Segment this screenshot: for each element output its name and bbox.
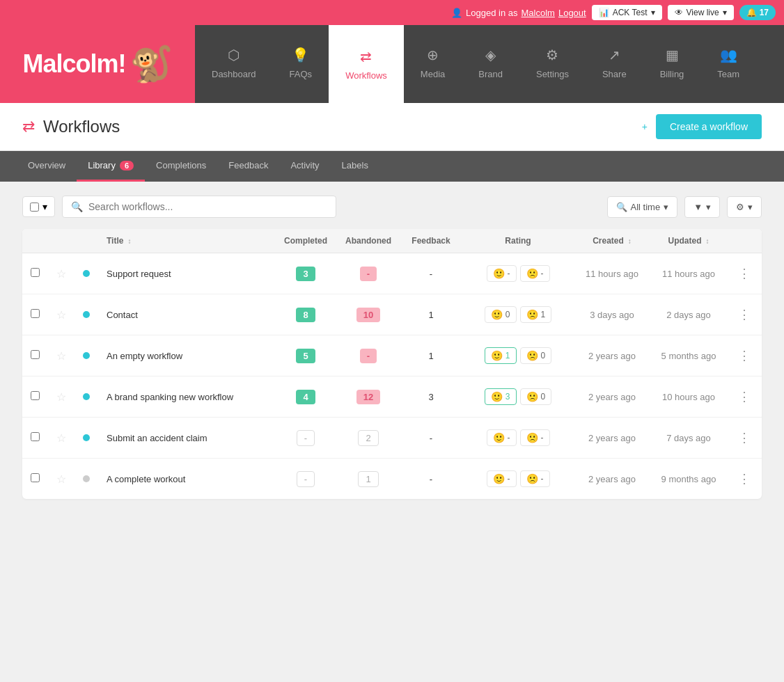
settings-filter-button[interactable]: ⚙ ▾ [727,196,762,218]
content-area: ▾ 🔍 🔍 All time ▾ ▼ ▾ ⚙ ▾ [0,182,784,513]
th-completed[interactable]: Completed [274,229,337,253]
ack-test-button[interactable]: 📊 ACK Test ▾ [592,5,662,20]
row-more-button[interactable]: ⋮ [735,386,753,407]
star-icon[interactable]: ☆ [56,268,66,280]
row-more-button[interactable]: ⋮ [735,263,753,284]
tab-library[interactable]: Library 6 [77,151,145,182]
row-rating-cell: 🙂 3 🙁 0 [462,376,574,418]
star-icon[interactable]: ☆ [56,432,66,444]
search-input[interactable] [88,201,327,212]
filter-button[interactable]: ▼ ▾ [684,196,720,218]
rating-group: 🙂 - 🙁 - [471,470,565,487]
search-icon: 🔍 [71,201,83,212]
row-checkbox[interactable] [31,432,40,441]
workflow-title[interactable]: A brand spanking new workflow [107,392,233,402]
table-row: ☆ An empty workflow 5 - 1 🙂 1 🙁 0 [22,335,762,376]
frown-icon: 🙁 [526,432,538,443]
abandoned-badge: 2 [358,430,378,446]
time-filter-button[interactable]: 🔍 All time ▾ [607,196,678,218]
tab-feedback[interactable]: Feedback [217,151,279,182]
chevron-down-icon: ▾ [723,8,727,17]
workflow-title[interactable]: Support request [107,269,171,279]
nav-item-faqs[interactable]: 💡 FAQs [273,25,329,103]
row-more-button[interactable]: ⋮ [735,468,753,489]
smile-icon: 🙂 [493,268,505,279]
nav-item-team[interactable]: 👥 Team [700,25,756,103]
star-icon[interactable]: ☆ [56,391,66,403]
frown-icon: 🙁 [526,268,538,279]
chevron-down-icon: ▾ [748,202,753,212]
row-status-cell [75,253,98,294]
workflow-title[interactable]: Contact [107,310,138,320]
row-updated-cell: 7 days ago [650,418,727,459]
bulk-checkbox[interactable] [30,203,39,212]
workflow-title[interactable]: A complete workout [107,474,185,484]
th-abandoned[interactable]: Abandoned [337,229,400,253]
updated-value: 9 months ago [661,474,716,484]
create-plus-button[interactable]: + [634,114,656,139]
row-actions-cell: ⋮ [727,253,762,294]
row-more-button[interactable]: ⋮ [735,304,753,325]
feedback-value: 1 [428,351,433,361]
nav-item-settings[interactable]: ⚙ Settings [519,25,586,103]
star-icon[interactable]: ☆ [56,473,66,485]
row-title-cell: A brand spanking new workflow [98,376,274,418]
row-title-cell: A complete workout [98,459,274,500]
tab-completions[interactable]: Completions [145,151,217,182]
table-row: ☆ Support request 3 - - 🙂 - 🙁 - [22,253,762,294]
logo-area: Malcolm! 🐒 [0,25,195,103]
star-icon[interactable]: ☆ [56,309,66,321]
create-area: + Create a workflow [634,114,762,139]
library-badge: 6 [120,161,134,170]
bulk-select-dropdown[interactable]: ▾ [22,196,55,217]
nav-item-media[interactable]: ⊕ Media [404,25,462,103]
notifications-button[interactable]: 🔔 17 [739,5,776,20]
tab-overview[interactable]: Overview [17,151,77,182]
th-created[interactable]: Created ↕ [574,229,650,253]
row-checkbox[interactable] [31,268,40,277]
th-title[interactable]: Title ↕ [98,229,274,253]
search-filter-icon: 🔍 [616,202,627,212]
completed-badge: 5 [296,349,315,363]
row-star-cell: ☆ [48,294,75,335]
nav-item-dashboard[interactable]: ⬡ Dashboard [195,25,273,103]
row-status-cell [75,376,98,418]
completed-badge: - [297,471,315,487]
row-completed-cell: - [274,418,337,459]
logout-button[interactable]: Logout [558,8,586,18]
abandoned-badge: 10 [356,308,380,322]
row-abandoned-cell: 1 [337,459,400,500]
tab-activity[interactable]: Activity [279,151,330,182]
row-more-button[interactable]: ⋮ [735,427,753,448]
page-header: ⇄ Workflows + Create a workflow [0,103,784,151]
feedback-value: 3 [428,392,433,402]
status-dot [83,311,90,318]
table-row: ☆ A brand spanking new workflow 4 12 3 🙂… [22,376,762,418]
th-actions [727,229,762,253]
username-link[interactable]: Malcolm [522,8,555,18]
row-completed-cell: 4 [274,376,337,418]
nav-item-billing[interactable]: ▦ Billing [643,25,701,103]
row-checkbox[interactable] [31,350,40,359]
row-checkbox[interactable] [31,473,40,482]
nav-item-workflows[interactable]: ⇄ Workflows [329,25,404,103]
tab-labels[interactable]: Labels [331,151,379,182]
th-feedback[interactable]: Feedback [400,229,462,253]
view-live-button[interactable]: 👁 View live ▾ [668,5,734,20]
nav-item-share[interactable]: ↗ Share [586,25,643,103]
positive-rating: 🙂 1 [485,347,517,364]
th-star [48,229,75,253]
row-checkbox[interactable] [31,391,40,400]
row-checkbox[interactable] [31,309,40,318]
workflow-title[interactable]: An empty workflow [107,351,182,361]
th-updated[interactable]: Updated ↕ [650,229,727,253]
nav-item-brand[interactable]: ◈ Brand [462,25,519,103]
workflow-title[interactable]: Submit an accident claim [107,433,207,443]
create-workflow-button[interactable]: Create a workflow [656,114,762,139]
row-star-cell: ☆ [48,459,75,500]
completed-badge: - [297,430,315,446]
star-icon[interactable]: ☆ [56,350,66,362]
toolbar: ▾ 🔍 🔍 All time ▾ ▼ ▾ ⚙ ▾ [22,196,762,218]
row-more-button[interactable]: ⋮ [735,345,753,366]
row-updated-cell: 5 months ago [650,335,727,376]
